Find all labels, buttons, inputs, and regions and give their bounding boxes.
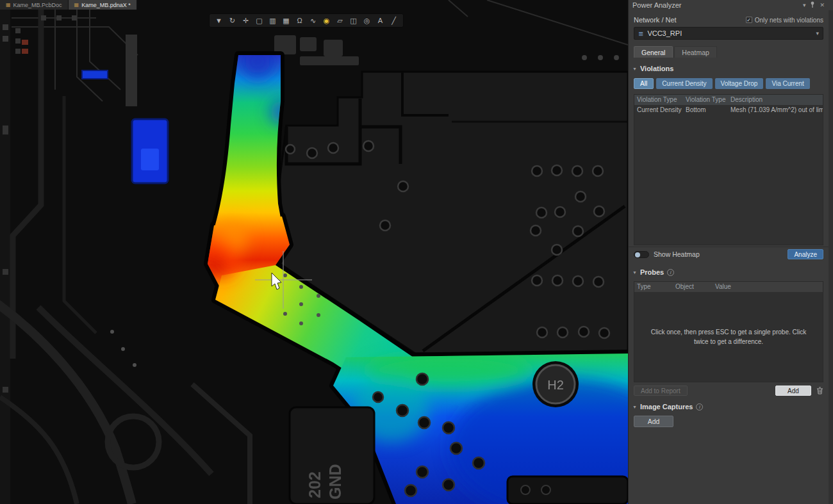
- target-icon[interactable]: ◎: [360, 15, 374, 26]
- probes-buttons-row: Add to Report Add: [629, 382, 829, 396]
- panel-scrollbar[interactable]: [829, 10, 833, 504]
- violation-description-cell: Mesh (71.039 A/mm^2) out of limit: [728, 105, 823, 115]
- probes-table-header: Type Object Value: [634, 282, 823, 292]
- analyze-button[interactable]: Analyze: [788, 249, 823, 259]
- tab-pdnax[interactable]: ▦ Kame_MB.pdnaX *: [69, 0, 137, 10]
- only-violations-label: Only nets with violations: [755, 17, 823, 24]
- close-icon[interactable]: ✕: [820, 2, 825, 8]
- move-icon[interactable]: ✛: [239, 15, 252, 26]
- snap-icon[interactable]: ↻: [226, 15, 239, 26]
- net-icon: ≣: [638, 30, 643, 37]
- collapse-arrow-icon: ▼: [632, 67, 637, 71]
- column-header[interactable]: Violation Type: [683, 95, 728, 105]
- svg-text:H2: H2: [547, 378, 564, 392]
- probes-empty-hint: Click once, then press ESC to get a sing…: [648, 327, 809, 347]
- violations-table-body: Current Density Bottom Mesh (71.039 A/mm…: [634, 105, 823, 245]
- net-dropdown[interactable]: ≣ VCC3_RPI ▾: [634, 27, 823, 40]
- info-icon: i: [696, 403, 703, 411]
- histogram-icon[interactable]: ▥: [266, 15, 279, 26]
- probes-section-header[interactable]: ▼ Probes i: [632, 268, 829, 276]
- mounting-hole-h2: H2: [532, 361, 579, 407]
- show-heatmap-label: Show Heatmap: [654, 250, 788, 258]
- heatmap-control-bar: Show Heatmap Analyze: [629, 247, 829, 261]
- column-header[interactable]: Violation Type: [634, 95, 683, 105]
- split-view-icon[interactable]: ◫: [347, 15, 360, 26]
- filter-voltage-drop-button[interactable]: Voltage Drop: [715, 78, 764, 89]
- violations-table: Violation Type Violation Type Descriptio…: [634, 94, 823, 245]
- add-to-report-button[interactable]: Add to Report: [634, 386, 688, 396]
- filter-via-current-button[interactable]: Via Current: [766, 78, 809, 89]
- select-rect-icon[interactable]: ▢: [252, 15, 266, 26]
- tab-heatmap[interactable]: Heatmap: [674, 46, 717, 58]
- waveform-icon[interactable]: ∿: [306, 15, 320, 26]
- line-icon[interactable]: ╱: [387, 15, 400, 26]
- bottom-right-block: [507, 476, 628, 504]
- panel-title-bar: Power Analyzer ▾ ✕: [629, 0, 829, 10]
- network-label: Network / Net: [634, 16, 677, 24]
- column-header[interactable]: Object: [673, 282, 713, 292]
- panel-tabs: General Heatmap: [634, 46, 829, 58]
- chevron-down-icon[interactable]: ▾: [803, 2, 806, 8]
- table-row[interactable]: Current Density Bottom Mesh (71.039 A/mm…: [634, 105, 823, 115]
- tab-general[interactable]: General: [634, 46, 673, 58]
- document-icon: ▦: [6, 2, 11, 8]
- column-header[interactable]: Type: [634, 282, 673, 292]
- probes-table: Type Object Value Click once, then press…: [634, 281, 823, 382]
- image-captures-section-header[interactable]: ▼ Image Captures i: [632, 403, 829, 411]
- pin-icon[interactable]: [810, 1, 815, 9]
- collapse-arrow-icon: ▼: [632, 405, 637, 409]
- application-window: 202 GND H2 ▦: [0, 0, 833, 504]
- tab-label: Kame_MB.PcbDoc: [13, 2, 62, 8]
- tab-pcbdoc[interactable]: ▦ Kame_MB.PcbDoc: [0, 0, 69, 10]
- tab-label: Kame_MB.pdnaX *: [81, 2, 131, 8]
- only-violations-checkbox[interactable]: ✓: [746, 17, 752, 23]
- violations-title: Violations: [640, 65, 673, 72]
- impedance-icon[interactable]: Ω: [293, 15, 306, 26]
- show-heatmap-toggle[interactable]: [634, 251, 649, 258]
- violations-table-header: Violation Type Violation Type Descriptio…: [634, 95, 823, 105]
- net-dropdown-value: VCC3_RPI: [647, 29, 816, 37]
- image-captures-title: Image Captures: [640, 403, 693, 411]
- component-silhouette: 202 GND: [290, 407, 374, 504]
- mesh-icon[interactable]: ▦: [279, 15, 293, 26]
- pcb-canvas[interactable]: 202 GND H2: [0, 0, 628, 504]
- add-probe-button[interactable]: Add: [775, 386, 811, 396]
- chevron-down-icon: ▾: [816, 30, 819, 37]
- power-analyzer-panel: Power Analyzer ▾ ✕ Network / Net ✓ Only …: [628, 0, 833, 504]
- add-capture-button[interactable]: Add: [634, 416, 673, 427]
- violation-type-cell: Current Density: [634, 105, 683, 115]
- text-icon[interactable]: A: [374, 15, 387, 26]
- column-header[interactable]: Description: [728, 95, 823, 105]
- filter-all-button[interactable]: All: [634, 78, 654, 89]
- violation-filters: All Current Density Voltage Drop Via Cur…: [629, 78, 829, 89]
- probe-icon[interactable]: ◉: [320, 15, 333, 26]
- panel-title: Power Analyzer: [632, 1, 681, 9]
- silkscreen-gnd: GND: [326, 464, 344, 500]
- column-header[interactable]: Value: [713, 282, 823, 292]
- network-row: Network / Net ✓ Only nets with violation…: [629, 16, 829, 24]
- info-icon: i: [667, 269, 674, 276]
- filter-icon[interactable]: ▼: [212, 15, 226, 26]
- violations-section-header[interactable]: ▼ Violations: [632, 65, 829, 72]
- probes-table-body: Click once, then press ESC to get a sing…: [634, 292, 823, 382]
- document-tabs: ▦ Kame_MB.PcbDoc ▦ Kame_MB.pdnaX *: [0, 0, 137, 10]
- filter-current-density-button[interactable]: Current Density: [656, 78, 712, 89]
- trash-icon[interactable]: [816, 387, 823, 394]
- document-icon: ▦: [74, 2, 79, 8]
- silkscreen-202: 202: [306, 471, 324, 498]
- collapse-arrow-icon: ▼: [632, 270, 637, 275]
- polygon-icon[interactable]: ▱: [333, 15, 347, 26]
- violation-layer-cell: Bottom: [683, 105, 728, 115]
- probes-title: Probes: [640, 268, 664, 276]
- canvas-toolbar: ▼ ↻ ✛ ▢ ▥ ▦ Ω ∿ ◉ ▱ ◫ ◎ A ╱: [209, 13, 404, 28]
